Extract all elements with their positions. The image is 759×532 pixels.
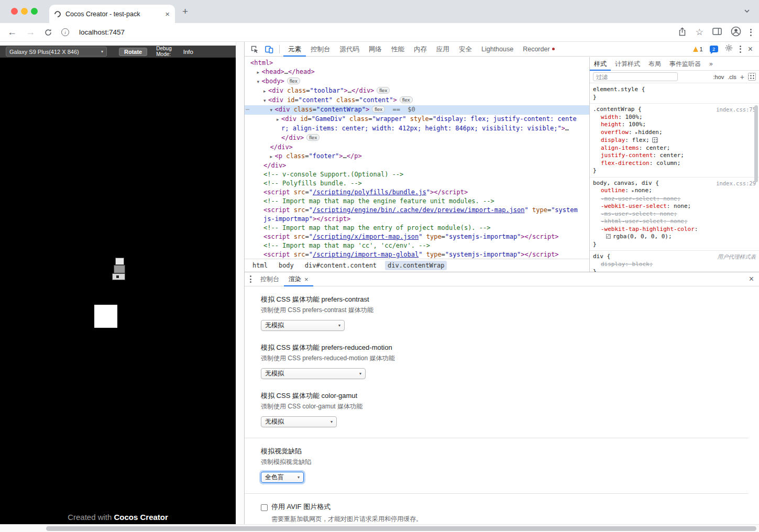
devtools-tab[interactable]: Lighthouse — [477, 42, 518, 57]
rule-selector[interactable]: div — [593, 253, 603, 260]
resource-link[interactable]: /scripting/polyfills/bundle.js — [313, 189, 426, 196]
devtools-tab[interactable]: 内存 — [409, 42, 432, 57]
inspect-element-button[interactable] — [250, 45, 259, 53]
devtools-tab[interactable]: 元素 — [283, 42, 306, 57]
expand-arrow-icon[interactable]: ▸ — [263, 87, 268, 96]
dom-line[interactable]: <!-- Import map that map 'cc', 'cc/env'.… — [245, 241, 589, 250]
dom-line[interactable]: <html> — [245, 59, 589, 68]
dom-line[interactable]: <!-- Import map that map the entry of pr… — [245, 224, 589, 232]
game-canvas[interactable]: Created with Cocos Creator — [0, 58, 236, 524]
dom-line[interactable]: ▾<body>flex — [245, 77, 589, 86]
url-text[interactable]: localhost:7457 — [79, 28, 125, 36]
devtools-tab[interactable]: 网络 — [364, 42, 387, 57]
dom-line[interactable]: ▾<div id="content" class="content">flex — [245, 96, 589, 105]
css-property[interactable]: -moz-user-select: none; — [593, 195, 756, 203]
share-button[interactable] — [678, 27, 687, 38]
devtools-menu-button[interactable] — [740, 46, 741, 53]
drawer-tab-close-icon[interactable]: × — [304, 272, 309, 286]
css-property[interactable]: outline: ▸none; — [593, 187, 756, 195]
breadcrumb-item[interactable]: div#content.content — [302, 261, 379, 270]
zoom-window-button[interactable] — [31, 8, 38, 15]
expand-arrow-icon[interactable]: ▸ — [270, 152, 275, 161]
horizontal-scrollbar[interactable] — [0, 524, 759, 532]
drawer-tab[interactable]: 控制台 — [256, 272, 284, 286]
reload-button[interactable] — [44, 28, 52, 37]
emulation-select[interactable]: 全色盲▾ — [261, 472, 304, 483]
stylesheet-link[interactable]: 用户代理样式表 — [718, 253, 756, 261]
css-property[interactable]: height: 100%; — [593, 121, 756, 129]
devtools-tab[interactable]: 应用 — [432, 42, 454, 57]
flex-badge[interactable]: flex — [400, 96, 413, 103]
back-button[interactable]: ← — [7, 27, 17, 38]
emulation-select[interactable]: 无模拟▾ — [261, 320, 345, 331]
devtools-tab[interactable]: Recorder — [518, 42, 559, 57]
dom-line[interactable]: ▸<div class="toolbar">…</div>flex — [245, 86, 589, 96]
dom-line[interactable]: </div> — [245, 143, 589, 152]
close-window-button[interactable] — [11, 8, 18, 15]
flex-badge[interactable]: flex — [372, 106, 385, 113]
tab-search-chevron-icon[interactable] — [743, 7, 751, 17]
flex-editor-icon[interactable] — [652, 137, 658, 143]
page-vertical-scrollbar[interactable] — [236, 42, 244, 532]
expand-value-arrow-icon[interactable]: ▸ — [632, 189, 634, 193]
flex-badge[interactable]: flex — [377, 87, 390, 94]
styles-tab[interactable]: 事件监听器 — [665, 57, 705, 71]
styles-tab[interactable]: 布局 — [644, 57, 665, 71]
emulation-select[interactable]: 无模拟▾ — [261, 368, 366, 379]
styles-scrollbar-thumb[interactable] — [754, 105, 758, 182]
side-panel-button[interactable] — [712, 27, 722, 38]
stylesheet-link[interactable]: index.css:29 — [716, 180, 756, 187]
dom-line[interactable]: </div>flex — [245, 134, 589, 143]
drawer-tab[interactable]: 渲染× — [284, 272, 313, 286]
dom-line[interactable]: <script src="/scripting/engine/bin/.cach… — [245, 206, 589, 215]
browser-tab[interactable]: Cocos Creator - test-pack × — [49, 5, 175, 23]
rotate-button[interactable]: Rotate — [119, 48, 147, 56]
styles-tab[interactable]: 计算样式 — [611, 57, 644, 71]
device-select[interactable]: Galaxy S9 Plus(412 X 846) ▾ — [6, 47, 107, 57]
css-property[interactable]: display: flex; — [593, 137, 756, 145]
devtools-tab[interactable]: 源代码 — [335, 42, 365, 57]
dom-line[interactable]: </div> — [245, 161, 589, 170]
style-filter-input[interactable] — [593, 72, 678, 81]
emulation-select[interactable]: 无模拟▾ — [261, 416, 337, 427]
rule-selector[interactable]: element.style — [593, 86, 638, 93]
drawer-close-button[interactable]: × — [749, 275, 754, 283]
css-property[interactable]: overflow: ▸hidden; — [593, 129, 756, 137]
new-style-rule-button[interactable]: + — [740, 73, 744, 81]
css-property[interactable]: align-items: center; — [593, 145, 756, 152]
new-tab-button[interactable]: + — [182, 6, 188, 17]
breadcrumb-item[interactable]: div.contentWrap — [385, 261, 447, 270]
devtools-tab[interactable]: 性能 — [387, 42, 409, 57]
breadcrumb-item[interactable]: body — [276, 261, 296, 270]
collapse-arrow-icon[interactable]: ▾ — [263, 96, 268, 105]
devtools-close-button[interactable]: × — [748, 45, 753, 53]
flex-badge[interactable]: flex — [306, 134, 320, 141]
expand-arrow-icon[interactable]: ▸ — [257, 68, 262, 77]
css-property[interactable]: -webkit-user-select: none; — [593, 203, 756, 210]
flex-badge[interactable]: flex — [287, 77, 300, 84]
pseudo-state-toggle[interactable]: :hov — [713, 74, 724, 80]
styles-tab[interactable]: 样式 — [590, 57, 611, 71]
css-property[interactable]: justify-content: center; — [593, 152, 756, 160]
bookmark-star-button[interactable]: ☆ — [696, 28, 703, 37]
tabs-overflow-chevron[interactable]: » — [705, 57, 717, 71]
issues-badge[interactable]: 2 — [710, 46, 718, 52]
forward-button[interactable]: → — [26, 27, 35, 38]
resource-link[interactable]: /scripting/x/import-map.json — [313, 233, 419, 240]
element-class-toggle[interactable]: .cls — [728, 74, 736, 80]
resource-link[interactable]: /scripting/import-map-global — [313, 251, 419, 258]
dom-line[interactable]: ⋯▾<div class="contentWrap">flex == $0 — [245, 105, 589, 115]
minimize-window-button[interactable] — [21, 8, 28, 15]
expand-arrow-icon[interactable]: ▸ — [277, 115, 281, 124]
device-toolbar-toggle-button[interactable] — [265, 45, 273, 53]
checkbox[interactable] — [261, 504, 268, 511]
browser-menu-button[interactable] — [750, 29, 752, 36]
collapse-arrow-icon[interactable]: ▾ — [257, 77, 262, 86]
resource-link[interactable]: /scripting/engine/bin/.cache/dev/preview… — [313, 206, 525, 214]
css-property[interactable]: flex-direction: column; — [593, 160, 756, 168]
rule-selector[interactable]: .contentWrap — [593, 106, 634, 113]
stylesheet-link[interactable]: index.css:75 — [716, 106, 756, 114]
info-tab[interactable]: Info — [183, 49, 193, 55]
css-property[interactable]: display: block; — [593, 261, 756, 269]
rendering-emulations-button[interactable] — [748, 73, 756, 81]
